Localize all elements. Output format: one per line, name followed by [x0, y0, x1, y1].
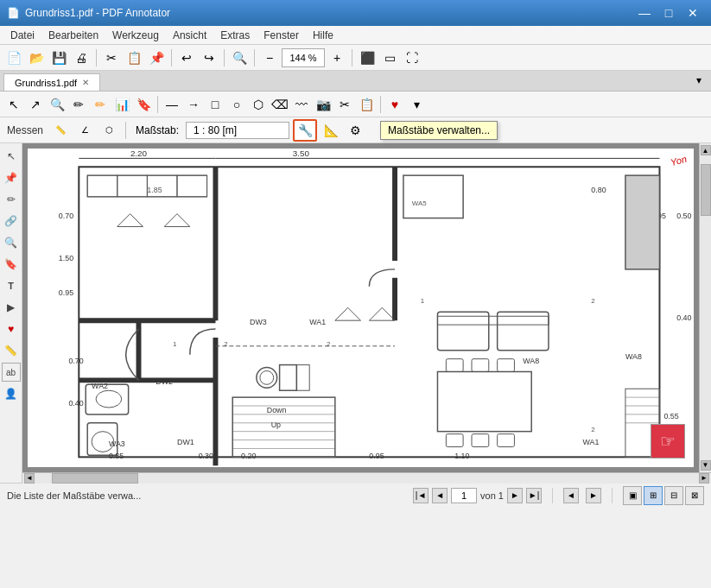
select-area-tool[interactable]: ↗: [25, 94, 46, 115]
line-tool[interactable]: —: [162, 94, 182, 115]
menu-bearbeiten[interactable]: Bearbeiten: [41, 28, 105, 43]
paste-button[interactable]: 📌: [146, 47, 167, 68]
crop-tool[interactable]: ✂: [334, 94, 355, 115]
tab-close-button[interactable]: ✕: [82, 78, 89, 87]
svg-text:1: 1: [421, 297, 424, 305]
measure-area-btn[interactable]: ⬡: [98, 120, 119, 141]
menu-extras[interactable]: Extras: [213, 28, 257, 43]
close-button[interactable]: ✕: [682, 4, 704, 22]
vscroll-up[interactable]: ▲: [701, 145, 711, 155]
left-panel-text[interactable]: T: [2, 276, 21, 295]
stamp-tool[interactable]: 🔖: [133, 94, 154, 115]
left-panel-select[interactable]: ↖: [2, 147, 21, 166]
view-double-button[interactable]: ⊞: [644, 486, 663, 505]
svg-text:0.30: 0.30: [199, 452, 213, 460]
manage-scales-button[interactable]: 🔧: [293, 119, 317, 142]
new-button[interactable]: 📄: [3, 47, 24, 68]
screenshot-tool[interactable]: 📷: [313, 94, 333, 115]
horizontal-scrollbar[interactable]: ◄ ►: [22, 472, 711, 484]
measure-line-btn[interactable]: 📏: [50, 120, 71, 141]
menu-hilfe[interactable]: Hilfe: [306, 28, 340, 43]
left-panel-link[interactable]: 🔗: [2, 212, 21, 231]
page-prev-button[interactable]: ◄: [432, 488, 448, 503]
insert-tool[interactable]: 📋: [356, 94, 377, 115]
vscroll-down[interactable]: ▼: [701, 460, 711, 471]
left-panel-ruler[interactable]: 📏: [2, 341, 21, 360]
calibrate-button[interactable]: 📐: [321, 120, 341, 141]
left-panel-user[interactable]: 👤: [2, 384, 21, 403]
rect-tool[interactable]: □: [205, 94, 225, 115]
scale-settings-btn[interactable]: ⚙: [345, 120, 365, 141]
left-panel-pen[interactable]: ✏: [2, 190, 21, 209]
undo-button[interactable]: ↩: [176, 47, 197, 68]
menu-werkzeug[interactable]: Werkzeug: [105, 28, 166, 43]
print-button[interactable]: 🖨: [71, 47, 92, 68]
cut-button[interactable]: ✂: [101, 47, 122, 68]
active-tab[interactable]: Grundriss1.pdf ✕: [3, 73, 100, 91]
measure-bar: Messen 📏 ∠ ⬡ Maßstab: 1 : 80 [m] 🔧 📐 ⚙ M…: [0, 117, 711, 143]
left-panel-stamp[interactable]: ab: [2, 363, 21, 382]
select-tool[interactable]: ↖: [3, 94, 24, 115]
page-first-button[interactable]: |◄: [413, 488, 429, 503]
full-screen-button[interactable]: ⛶: [402, 47, 422, 68]
favorites-tool[interactable]: ♥: [384, 94, 405, 115]
page-next-button[interactable]: ►: [507, 488, 523, 503]
go-back-button[interactable]: ◄: [563, 488, 579, 503]
hscroll-thumb[interactable]: [52, 473, 138, 484]
left-panel-heart[interactable]: ♥: [2, 319, 21, 338]
left-panel-play[interactable]: ▶: [2, 298, 21, 317]
menu-fenster[interactable]: Fenster: [257, 28, 306, 43]
page-last-button[interactable]: ►|: [526, 488, 542, 503]
title-bar-left: 📄 Grundriss1.pdf - PDF Annotator: [7, 7, 170, 19]
canvas-container: 2.20 3.50 0.70 1.50 0.95: [22, 143, 711, 483]
zoom-tool[interactable]: 🔍: [47, 94, 67, 115]
svg-text:Down: Down: [267, 406, 287, 414]
main-content-area: ↖ 📌 ✏ 🔗 🔍 🔖 T ▶ ♥ 📏 ab 👤: [0, 143, 711, 483]
save-button[interactable]: 💾: [48, 47, 69, 68]
title-bar-controls: — □ ✕: [633, 4, 704, 22]
hscroll-track: [35, 473, 699, 484]
zoom-input[interactable]: [282, 48, 325, 67]
chart-tool[interactable]: 📊: [111, 94, 132, 115]
left-panel-zoom[interactable]: 🔍: [2, 233, 21, 252]
left-panel-bookmark[interactable]: 🔖: [2, 255, 21, 274]
fit-width-button[interactable]: ▭: [379, 47, 400, 68]
svg-text:1.50: 1.50: [59, 254, 73, 262]
vertical-scrollbar[interactable]: ▲ ▼: [699, 143, 711, 472]
page-current-input[interactable]: [451, 488, 477, 503]
left-panel-pin[interactable]: 📌: [2, 168, 21, 187]
erase-tool[interactable]: ⌫: [270, 94, 290, 115]
view-scroll-button[interactable]: ⊠: [685, 486, 704, 505]
open-button[interactable]: 📂: [26, 47, 47, 68]
menu-datei[interactable]: Datei: [3, 28, 41, 43]
hscroll-right[interactable]: ►: [699, 473, 709, 484]
highlight-tool[interactable]: ✏: [90, 94, 111, 115]
maximize-button[interactable]: □: [657, 4, 680, 22]
canvas-area[interactable]: 2.20 3.50 0.70 1.50 0.95: [22, 143, 699, 472]
menu-ansicht[interactable]: Ansicht: [166, 28, 213, 43]
vscroll-thumb[interactable]: [701, 164, 711, 216]
zoom-plus-button[interactable]: +: [327, 47, 347, 68]
more-tool[interactable]: ▾: [406, 94, 427, 115]
fit-page-button[interactable]: ⬛: [357, 47, 378, 68]
redo-button[interactable]: ↪: [199, 47, 219, 68]
svg-text:2: 2: [327, 340, 330, 348]
polygon-tool[interactable]: ⬡: [248, 94, 269, 115]
circle-tool[interactable]: ○: [226, 94, 247, 115]
floor-plan-svg: 2.20 3.50 0.70 1.50 0.95: [28, 149, 694, 467]
go-forward-button[interactable]: ►: [586, 488, 601, 503]
svg-text:WA8: WA8: [523, 357, 539, 365]
zoom-minus-button[interactable]: −: [259, 47, 280, 68]
arrow-tool[interactable]: →: [183, 94, 204, 115]
hscroll-left[interactable]: ◄: [24, 473, 35, 484]
toolbar-sep-1: [96, 49, 97, 66]
tab-dropdown[interactable]: ▾: [690, 70, 708, 91]
search-button[interactable]: 🔍: [229, 47, 250, 68]
copy-button[interactable]: 📋: [124, 47, 144, 68]
view-single-button[interactable]: ▣: [623, 486, 642, 505]
freehand-tool[interactable]: 〰: [291, 94, 312, 115]
pen-tool[interactable]: ✏: [68, 94, 89, 115]
minimize-button[interactable]: —: [633, 4, 656, 22]
view-grid-button[interactable]: ⊟: [664, 486, 683, 505]
measure-angle-btn[interactable]: ∠: [74, 120, 95, 141]
